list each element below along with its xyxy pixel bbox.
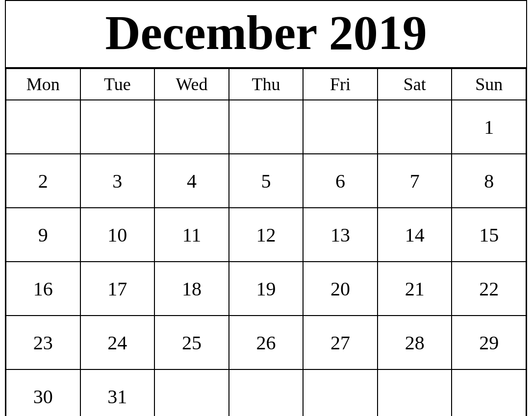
day-cell (452, 369, 526, 416)
day-cell: 23 (6, 316, 80, 369)
day-cell: 8 (452, 154, 526, 208)
day-cell: 1 (452, 100, 526, 154)
day-cell: 4 (154, 154, 229, 208)
day-number: 29 (458, 320, 520, 365)
day-number: 5 (235, 158, 297, 203)
day-cell: 10 (80, 208, 155, 262)
day-header-tue: Tue (80, 68, 155, 100)
day-cell: 16 (6, 262, 80, 316)
day-cell (378, 100, 452, 154)
day-cell: 6 (303, 154, 378, 208)
day-cell: 30 (6, 369, 80, 416)
day-cell: 12 (229, 208, 304, 262)
day-header-sun: Sun (452, 68, 526, 100)
day-cell: 9 (6, 208, 80, 262)
day-number: 4 (161, 158, 223, 203)
day-number: 22 (458, 266, 520, 311)
day-cell: 26 (229, 316, 304, 369)
day-number: 25 (161, 320, 223, 365)
day-cell: 13 (303, 208, 378, 262)
day-number: 24 (87, 320, 149, 365)
day-cell: 28 (378, 316, 452, 369)
day-number: 9 (12, 212, 74, 257)
day-number: 15 (458, 212, 520, 257)
day-cell: 18 (154, 262, 229, 316)
day-number: 2 (12, 158, 74, 203)
day-cell: 22 (452, 262, 526, 316)
day-number: 28 (384, 320, 446, 365)
day-header-mon: Mon (6, 68, 80, 100)
calendar-grid: MonTueWedThuFriSatSun1234567891011121314… (6, 68, 526, 416)
day-number: 6 (309, 158, 371, 203)
day-number: 1 (458, 104, 520, 149)
day-cell: 5 (229, 154, 304, 208)
day-number: 31 (87, 374, 149, 416)
day-cell (154, 100, 229, 154)
day-cell: 11 (154, 208, 229, 262)
day-cell: 27 (303, 316, 378, 369)
day-header-sat: Sat (378, 68, 452, 100)
day-cell: 19 (229, 262, 304, 316)
day-number: 30 (12, 374, 74, 416)
day-cell (6, 100, 80, 154)
day-cell: 14 (378, 208, 452, 262)
day-cell: 31 (80, 369, 155, 416)
day-cell: 2 (6, 154, 80, 208)
day-number: 11 (161, 212, 223, 257)
day-number: 7 (384, 158, 446, 203)
day-cell: 25 (154, 316, 229, 369)
day-cell (303, 369, 378, 416)
calendar: December 2019 MonTueWedThuFriSatSun12345… (5, 0, 527, 416)
day-cell: 7 (378, 154, 452, 208)
day-number: 21 (384, 266, 446, 311)
day-cell (229, 100, 304, 154)
day-cell: 24 (80, 316, 155, 369)
day-number: 12 (235, 212, 297, 257)
day-number: 27 (309, 320, 371, 365)
day-number: 19 (235, 266, 297, 311)
day-number: 20 (309, 266, 371, 311)
day-cell: 15 (452, 208, 526, 262)
day-number: 3 (87, 158, 149, 203)
calendar-title: December 2019 (6, 1, 526, 68)
day-cell (378, 369, 452, 416)
day-cell: 17 (80, 262, 155, 316)
day-cell: 3 (80, 154, 155, 208)
day-number: 13 (309, 212, 371, 257)
day-cell (303, 100, 378, 154)
day-number: 23 (12, 320, 74, 365)
day-cell: 21 (378, 262, 452, 316)
day-number: 17 (87, 266, 149, 311)
day-number: 18 (161, 266, 223, 311)
day-cell: 20 (303, 262, 378, 316)
day-cell (154, 369, 229, 416)
day-number: 10 (87, 212, 149, 257)
day-cell (80, 100, 155, 154)
day-header-fri: Fri (303, 68, 378, 100)
day-cell: 29 (452, 316, 526, 369)
day-header-thu: Thu (229, 68, 304, 100)
day-number: 16 (12, 266, 74, 311)
day-header-wed: Wed (154, 68, 229, 100)
day-number: 14 (384, 212, 446, 257)
day-number: 26 (235, 320, 297, 365)
day-cell (229, 369, 304, 416)
day-number: 8 (458, 158, 520, 203)
